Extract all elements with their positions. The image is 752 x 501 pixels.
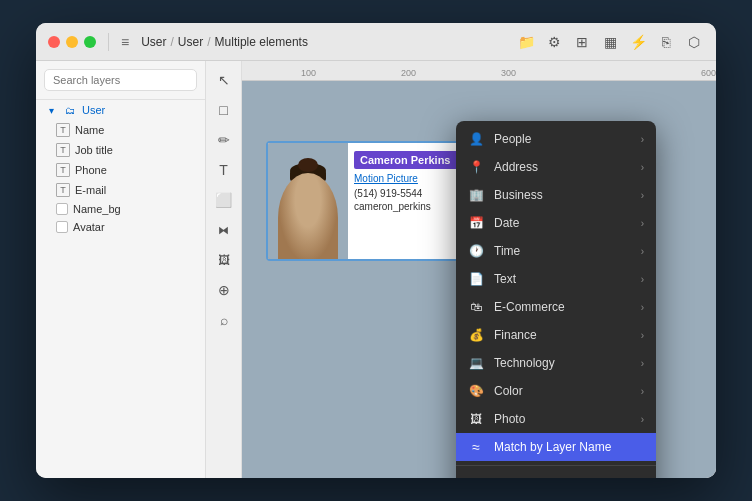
color-chevron: › [641, 386, 644, 397]
breadcrumb-user2[interactable]: User [178, 35, 203, 49]
breadcrumb-elements: Multiple elements [215, 35, 308, 49]
pencil-tool[interactable]: ✏ [211, 127, 237, 153]
address-icon: 📍 [468, 159, 484, 175]
menu-people-label: People [494, 132, 531, 146]
menu-item-technology[interactable]: 💻 Technology › [456, 349, 656, 377]
menu-item-json-csv[interactable]: JSON / CSV / Sheets › [456, 470, 656, 478]
ruler-mark-100: 100 [301, 68, 316, 78]
move-tool[interactable]: ↖ [211, 67, 237, 93]
copy-icon[interactable]: ⎘ [656, 32, 676, 52]
share-icon[interactable]: ⬡ [684, 32, 704, 52]
menu-item-color[interactable]: 🎨 Color › [456, 377, 656, 405]
text-chevron: › [641, 274, 644, 285]
technology-icon: 💻 [468, 355, 484, 371]
people-icon: 👤 [468, 131, 484, 147]
layer-name-label: Name [75, 124, 104, 136]
svg-rect-1 [278, 218, 338, 261]
svg-rect-9 [296, 185, 306, 192]
technology-chevron: › [641, 358, 644, 369]
menu-item-time[interactable]: 🕐 Time › [456, 237, 656, 265]
card-info: Cameron Perkins Motion Picture (514) 919… [348, 143, 464, 259]
canvas-area: ↖ □ ✏ T ⬜ ⧓ 🖼 ⊕ ⌕ 100 200 300 600 100 20… [206, 61, 716, 478]
layer-avatar-label: Avatar [73, 221, 105, 233]
ruler-mark-600: 600 [701, 68, 716, 78]
menu-item-date[interactable]: 📅 Date › [456, 209, 656, 237]
people-chevron: › [641, 134, 644, 145]
card-name: Cameron Perkins [354, 151, 458, 169]
layer-name-bg[interactable]: Name_bg [36, 200, 205, 218]
main-content: ▾ 🗂 User T Name T Job title T Phone T [36, 61, 716, 478]
settings-icon[interactable]: ⚙ [544, 32, 564, 52]
text-menu-icon: 📄 [468, 271, 484, 287]
layer-avatar[interactable]: Avatar [36, 218, 205, 236]
ruler-top: 100 200 300 600 [226, 61, 716, 81]
menu-item-ecommerce[interactable]: 🛍 E-Commerce › [456, 293, 656, 321]
date-chevron: › [641, 218, 644, 229]
menu-item-people[interactable]: 👤 People › [456, 125, 656, 153]
menu-item-photo[interactable]: 🖼 Photo › [456, 405, 656, 433]
menu-item-match-layer[interactable]: ≈ Match by Layer Name [456, 433, 656, 461]
text-type-icon3: T [56, 163, 70, 177]
menu-item-address[interactable]: 📍 Address › [456, 153, 656, 181]
bolt-icon[interactable]: ⚡ [628, 32, 648, 52]
layer-name-bg-checkbox[interactable] [56, 203, 68, 215]
layer-avatar-checkbox[interactable] [56, 221, 68, 233]
search-container [36, 61, 205, 100]
text-type-icon: T [56, 123, 70, 137]
menu-finance-label: Finance [494, 328, 537, 342]
title-separator [108, 33, 109, 51]
svg-rect-3 [308, 223, 328, 261]
traffic-lights [48, 36, 96, 48]
layer-user-label: User [82, 104, 105, 116]
layer-name[interactable]: T Name [36, 120, 205, 140]
rectangle-tool[interactable]: ⬜ [211, 187, 237, 213]
menu-time-label: Time [494, 244, 520, 258]
title-icons: 📁 ⚙ ⊞ ▦ ⚡ ⎘ ⬡ [516, 32, 704, 52]
layer-email[interactable]: T E-mail [36, 180, 205, 200]
hamburger-icon[interactable]: ≡ [121, 34, 129, 50]
menu-date-label: Date [494, 216, 519, 230]
photo-icon: 🖼 [468, 411, 484, 427]
frame-tool[interactable]: □ [211, 97, 237, 123]
menu-item-text[interactable]: 📄 Text › [456, 265, 656, 293]
menu-color-label: Color [494, 384, 523, 398]
search-input[interactable] [44, 69, 197, 91]
photo-chevron: › [641, 414, 644, 425]
svg-rect-4 [301, 195, 315, 223]
breadcrumb-user[interactable]: User [141, 35, 166, 49]
business-card[interactable]: Cameron Perkins Motion Picture (514) 919… [266, 141, 466, 261]
app-window: ≡ User / User / Multiple elements 📁 ⚙ ⊞ … [36, 23, 716, 478]
close-button[interactable] [48, 36, 60, 48]
menu-item-finance[interactable]: 💰 Finance › [456, 321, 656, 349]
layers-sidebar: ▾ 🗂 User T Name T Job title T Phone T [36, 61, 206, 478]
ecommerce-icon: 🛍 [468, 299, 484, 315]
menu-business-label: Business [494, 188, 543, 202]
time-chevron: › [641, 246, 644, 257]
time-icon: 🕐 [468, 243, 484, 259]
layer-user-group[interactable]: ▾ 🗂 User [36, 100, 205, 120]
search-tool[interactable]: ⌕ [211, 307, 237, 333]
menu-technology-label: Technology [494, 356, 555, 370]
card-photo [268, 143, 348, 261]
finance-chevron: › [641, 330, 644, 341]
layer-job-title[interactable]: T Job title [36, 140, 205, 160]
fullscreen-button[interactable] [84, 36, 96, 48]
card-email: cameron_perkins [354, 201, 458, 212]
ecommerce-chevron: › [641, 302, 644, 313]
text-type-icon4: T [56, 183, 70, 197]
plus-tool[interactable]: ⊕ [211, 277, 237, 303]
ruler-mark-200: 200 [401, 68, 416, 78]
menu-item-business[interactable]: 🏢 Business › [456, 181, 656, 209]
minimize-button[interactable] [66, 36, 78, 48]
group-arrow-icon: ▾ [44, 103, 58, 117]
business-icon: 🏢 [468, 187, 484, 203]
grid-icon[interactable]: ⊞ [572, 32, 592, 52]
folder-icon[interactable]: 📁 [516, 32, 536, 52]
component-tool[interactable]: ⧓ [211, 217, 237, 243]
image-tool[interactable]: 🖼 [211, 247, 237, 273]
layer-phone-label: Phone [75, 164, 107, 176]
breadcrumb-sep1: / [171, 35, 174, 49]
layer-phone[interactable]: T Phone [36, 160, 205, 180]
text-tool[interactable]: T [211, 157, 237, 183]
layout-icon[interactable]: ▦ [600, 32, 620, 52]
